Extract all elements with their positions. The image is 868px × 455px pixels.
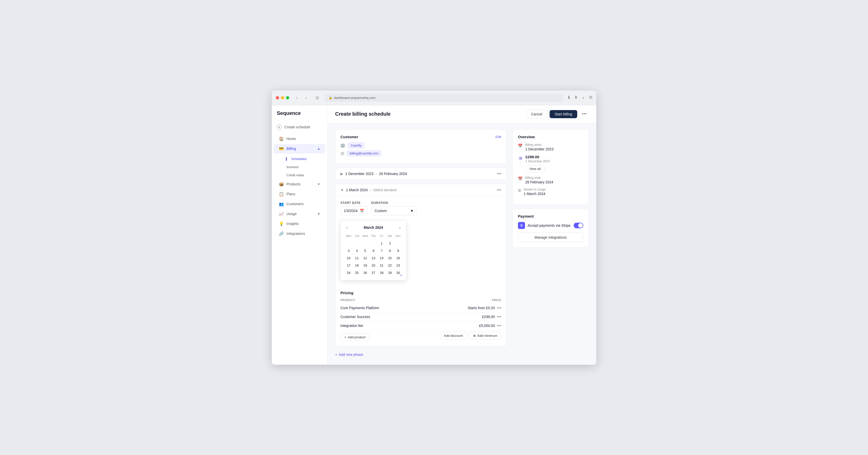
sidebar-item-billing[interactable]: 💳 Billing ▲: [274, 144, 325, 153]
pricing-row-0-more[interactable]: •••: [497, 306, 501, 310]
calendar-day[interactable]: 28: [378, 269, 385, 276]
sidebar-logo: Sequence: [272, 110, 327, 122]
more-options-button[interactable]: •••: [580, 110, 589, 118]
edit-customer-link[interactable]: Edit: [496, 135, 501, 139]
calendar-day[interactable]: 16: [394, 255, 402, 262]
pricing-row-2-more[interactable]: •••: [497, 323, 501, 328]
view-all-button[interactable]: View all: [526, 165, 545, 173]
credit-notes-label: Credit notes: [286, 173, 304, 177]
weekday-sat: Sat: [385, 233, 394, 238]
calendar-day[interactable]: 4: [353, 247, 361, 254]
phase-2-more-button[interactable]: •••: [497, 188, 501, 192]
calendar-day[interactable]: 1: [378, 240, 385, 247]
create-icon: +: [277, 124, 282, 130]
amount-indicator: ⊞ ⋮: [518, 155, 523, 166]
calendar-weekdays: Mon Tue Wed Thu Fri Sat Sun: [345, 233, 402, 238]
based-on-usage-item: ⊞ Based on usage 1 March 2024: [518, 188, 583, 196]
sidebar-item-insights[interactable]: 💡 Insights: [274, 219, 325, 229]
sidebar-item-usage[interactable]: 📈 Usage ▼: [274, 209, 325, 219]
sidebar-item-home[interactable]: 🏠 Home: [274, 134, 325, 144]
calendar-day[interactable]: 8: [386, 247, 394, 254]
calendar-day[interactable]: 10: [345, 255, 352, 262]
calendar-day[interactable]: 30: [394, 269, 402, 276]
sidebar-item-plans[interactable]: 📋 Plans: [274, 189, 325, 199]
calendar-day: [370, 240, 377, 247]
stripe-toggle[interactable]: [574, 223, 583, 228]
calendar-day: [394, 240, 402, 247]
maximize-button[interactable]: [286, 96, 289, 99]
amount-section: ⊞ ⋮ £299.00 1 December 2023 View all: [518, 155, 583, 173]
browser-chrome: ‹ › ⊟ 🔒 dashboard.sequencehq.com ⬇ ⬆ ＋ ⧉: [272, 91, 596, 105]
share-icon[interactable]: ⬆: [574, 95, 578, 101]
calendar-day[interactable]: 5: [361, 247, 369, 254]
cancel-button[interactable]: Cancel: [526, 110, 547, 118]
back-button[interactable]: ‹: [293, 94, 301, 101]
phase-2-form: Start date 1/3/2024 📅 Duration: [335, 196, 506, 285]
minimize-button[interactable]: [281, 96, 284, 99]
calendar-day[interactable]: 15: [386, 255, 394, 262]
forward-button[interactable]: ›: [303, 94, 310, 101]
manage-integrations-button[interactable]: Manage integrations: [518, 233, 583, 242]
start-date-group: Start date 1/3/2024 📅: [340, 201, 367, 215]
url-bar[interactable]: 🔒 dashboard.sequencehq.com: [325, 94, 563, 101]
create-schedule-item[interactable]: + Create schedule: [272, 122, 327, 132]
calendar-next-button[interactable]: ›: [398, 225, 402, 230]
add-minimum-button[interactable]: ⊕ Add minimum: [469, 332, 501, 340]
sidebar-item-products-label: Products: [286, 182, 301, 186]
calendar-day[interactable]: 23: [394, 262, 402, 269]
download-icon[interactable]: ⬇: [567, 95, 571, 101]
calendar-day[interactable]: 14: [378, 255, 385, 262]
add-product-button[interactable]: + Add product: [340, 333, 369, 341]
usage-chevron-icon: ▼: [317, 212, 320, 215]
calendar-day[interactable]: 25: [353, 269, 361, 276]
phase-2-toggle[interactable]: ▼: [340, 188, 344, 192]
sidebar-item-customers[interactable]: 👥 Customers: [274, 199, 325, 209]
add-new-phase-button[interactable]: + Add new phase: [335, 351, 506, 359]
customer-card: Customer Edit 🏢 Cashify @ billing@cashif…: [335, 129, 506, 163]
phase-2-section: ▼ 1 March 2024 → Select duration •••: [335, 184, 506, 346]
calendar-day[interactable]: 3: [345, 247, 352, 254]
calendar-day[interactable]: 6: [370, 247, 377, 254]
billing-submenu: Schedules Invoices Credit notes: [272, 155, 327, 179]
weekday-sun: Sun: [394, 233, 402, 238]
calendar-day[interactable]: 26: [361, 269, 369, 276]
header-actions: Cancel Start billing •••: [526, 110, 589, 118]
calendar-day[interactable]: 29: [386, 269, 394, 276]
phase-1-more-button[interactable]: •••: [497, 172, 501, 176]
calendar-day[interactable]: 20: [370, 262, 377, 269]
calendar-day[interactable]: 22: [386, 262, 394, 269]
start-date-input[interactable]: 1/3/2024 📅: [340, 206, 367, 215]
calendar-day[interactable]: 12: [361, 255, 369, 262]
add-discount-button[interactable]: Add discount: [440, 332, 466, 340]
sidebar-sub-schedules[interactable]: Schedules: [274, 155, 325, 163]
create-schedule-label: Create schedule: [284, 125, 310, 129]
calendar-day[interactable]: 21: [378, 262, 385, 269]
sidebar-item-integrations[interactable]: 🔗 Integrations: [274, 229, 325, 238]
new-tab-icon[interactable]: ＋: [581, 95, 586, 101]
calendar-day[interactable]: 11: [353, 255, 361, 262]
calendar-day[interactable]: 7: [378, 247, 385, 254]
pricing-row-2: Integration fee £5,000.00 •••: [340, 321, 501, 330]
calendar-day[interactable]: 19: [361, 262, 369, 269]
calendar-day[interactable]: 2: [386, 240, 394, 247]
start-billing-button[interactable]: Start billing: [550, 110, 577, 118]
pricing-row-1-more[interactable]: •••: [497, 314, 501, 319]
calendar-day[interactable]: 17: [345, 262, 352, 269]
sidebar-toggle-button[interactable]: ⊟: [314, 94, 321, 101]
sidebar-item-products[interactable]: 📦 Products ▼: [274, 180, 325, 189]
phase-1-toggle[interactable]: ▶: [340, 172, 343, 176]
weekday-tue: Tue: [353, 233, 361, 238]
calendar-day[interactable]: 13: [370, 255, 377, 262]
calendar-day[interactable]: 18: [353, 262, 361, 269]
calendar-day[interactable]: 24: [345, 269, 352, 276]
duration-select[interactable]: Custom ▼: [371, 206, 417, 215]
calendar-day[interactable]: 27: [370, 269, 377, 276]
tabs-icon[interactable]: ⧉: [589, 95, 592, 101]
sidebar-sub-invoices[interactable]: Invoices: [274, 163, 325, 171]
close-button[interactable]: [276, 96, 279, 99]
sidebar-sub-credit-notes[interactable]: Credit notes: [274, 171, 325, 179]
calendar-day[interactable]: 9: [394, 247, 402, 254]
calendar-prev-button[interactable]: ‹: [345, 225, 349, 230]
invoices-label: Invoices: [286, 165, 299, 169]
billing-ends-item: 📅 Billing ends 28 February 2024: [518, 176, 583, 184]
